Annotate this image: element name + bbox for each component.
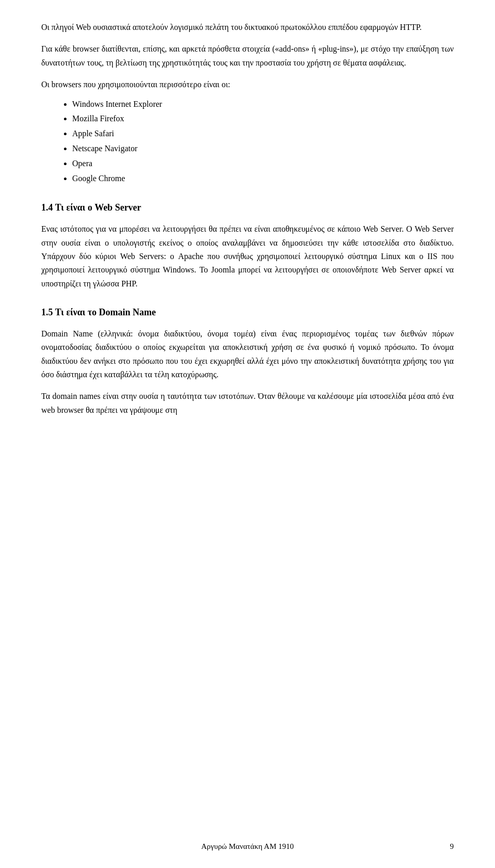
list-item: Opera [72,156,454,171]
bullet-intro: Οι browsers που χρησιμοποιούνται περισσό… [41,78,454,91]
page-content: Οι πληγοί Web ουσιαστικά αποτελούν λογισ… [41,21,454,417]
list-item: Netscape Navigator [72,141,454,156]
section-14-heading: 1.4 Τι είναι ο Web Server [41,200,454,215]
paragraph-5: Τα domain names είναι στην ουσία η ταυτό… [41,390,454,417]
paragraph-1: Οι πληγοί Web ουσιαστικά αποτελούν λογισ… [41,21,454,34]
section-15-heading: 1.5 Τι είναι το Domain Name [41,305,454,320]
list-item: Google Chrome [72,171,454,186]
list-item: Windows Internet Explorer [72,97,454,112]
footer-page-number: 9 [450,840,454,853]
page-footer: Αργυρώ Μανατάκη ΑΜ 1910 9 [0,840,495,853]
footer-author: Αργυρώ Μανατάκη ΑΜ 1910 [201,840,293,853]
list-item: Mozilla Firefox [72,111,454,126]
paragraph-3: Ενας ιστότοπος για να μπορέσει να λειτου… [41,222,454,291]
paragraph-2: Για κάθε browser διατίθενται, επίσης, κα… [41,42,454,70]
list-item: Apple Safari [72,126,454,141]
browser-list: Windows Internet Explorer Mozilla Firefo… [72,97,454,186]
paragraph-4: Domain Name (ελληνικά: όνομα διαδικτύου,… [41,327,454,382]
